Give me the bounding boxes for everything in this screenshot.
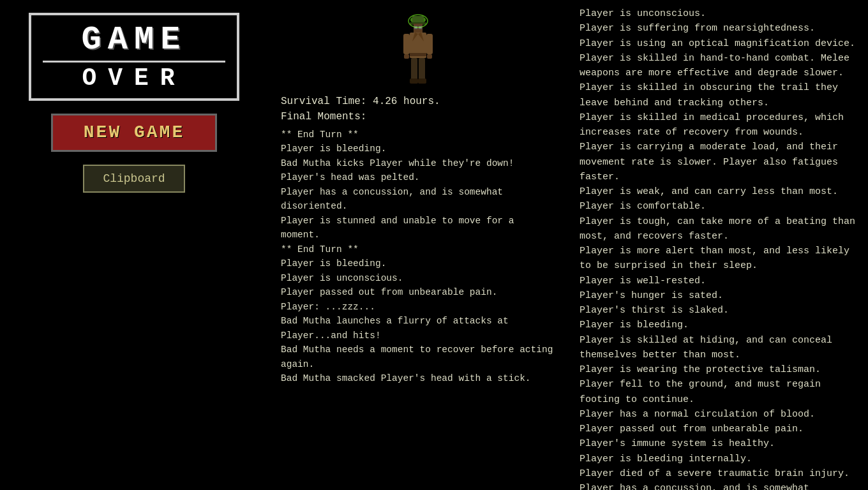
status-log-line: Player is tough, can take more of a beat… <box>580 214 857 244</box>
status-panel: Player is unconscious.Player is sufferin… <box>568 0 868 490</box>
status-log-line: Player is unconscious. <box>580 6 857 21</box>
status-log-line: Player is more alert than most, and less… <box>580 244 857 274</box>
status-log-line: Player's hunger is sated. <box>580 288 857 303</box>
svg-rect-11 <box>426 34 433 54</box>
logo-bottom: OVER <box>43 61 225 92</box>
character-sprite <box>396 10 440 86</box>
svg-rect-9 <box>410 53 426 56</box>
combat-log-line: Player's head was pelted. <box>281 170 555 184</box>
combat-log-line: Player: ...zzz... <box>281 300 555 314</box>
svg-rect-10 <box>403 34 410 54</box>
clipboard-button[interactable]: Clipboard <box>83 165 185 193</box>
status-log-line: Player is using an optical magnification… <box>580 36 857 51</box>
svg-rect-14 <box>411 58 417 81</box>
status-log-line: Player's thirst is slaked. <box>580 303 857 318</box>
status-log-line: Player is skilled in obscuring the trail… <box>580 80 857 110</box>
combat-log-line: Player is stunned and unable to move for… <box>281 214 555 242</box>
status-log-line: Player has a concussion, and is somewhat… <box>580 481 857 490</box>
status-log-line: Player is weak, and can carry less than … <box>580 184 857 199</box>
status-log-line: Player is skilled in medical procedures,… <box>580 110 857 140</box>
middle-panel: Survival Time: 4.26 hours. Final Moments… <box>268 0 568 490</box>
status-log-line: Player is skilled at hiding, and can con… <box>580 333 857 363</box>
logo-top: GAME <box>43 22 225 58</box>
status-log-line: Player passed out from unbearable pain. <box>580 422 857 436</box>
status-log-line: Player is well-rested. <box>580 274 857 288</box>
combat-log-line: Player is bleeding. <box>281 256 555 271</box>
left-panel: GAME OVER NEW GAME Clipboard <box>0 0 268 490</box>
combat-log-line: ** End Turn ** <box>281 128 555 142</box>
svg-rect-17 <box>418 78 426 84</box>
combat-log-line: Bad Mutha needs a moment to recover befo… <box>281 343 555 371</box>
character-area <box>281 6 555 89</box>
status-log-line: Player is comfortable. <box>580 199 857 214</box>
svg-rect-13 <box>427 54 432 59</box>
status-log-line: Player's immune system is healthy. <box>580 436 857 451</box>
status-log-line: Player is carrying a moderate load, and … <box>580 140 857 184</box>
combat-log-line: Bad Mutha smacked Player's head with a s… <box>281 371 555 385</box>
combat-log-line: Player is unconscious. <box>281 271 555 285</box>
status-log-line: Player fell to the ground, and must rega… <box>580 377 857 407</box>
combat-log-line: Player passed out from unbearable pain. <box>281 285 555 299</box>
combat-log-line: Player has a concussion, and is somewhat… <box>281 185 555 214</box>
svg-rect-12 <box>404 54 409 59</box>
combat-log-line: Player is bleeding. <box>281 142 555 156</box>
combat-log-line: Bad Mutha launches a flurry of attacks a… <box>281 314 555 343</box>
status-log-line: Player has a normal circulation of blood… <box>580 407 857 422</box>
status-log-line: Player is bleeding. <box>580 318 857 332</box>
status-log-line: Player died of a severe traumatic brain … <box>580 466 857 481</box>
final-moments-label: Final Moments: <box>281 111 555 122</box>
combat-log-line: Bad Mutha kicks Player while they're dow… <box>281 156 555 170</box>
status-log-line: Player is bleeding internally. <box>580 452 857 466</box>
status-log-line: Player is wearing the protective talisma… <box>580 362 857 377</box>
svg-rect-16 <box>410 78 418 84</box>
combat-log-line: ** End Turn ** <box>281 242 555 256</box>
status-log-line: Player is suffering from nearsightedness… <box>580 21 857 36</box>
status-log-line: Player is skilled in hand-to-hand combat… <box>580 51 857 81</box>
svg-rect-15 <box>419 58 425 81</box>
survival-time: Survival Time: 4.26 hours. <box>281 96 555 107</box>
combat-log: ** End Turn **Player is bleeding.Bad Mut… <box>281 128 555 484</box>
new-game-button[interactable]: NEW GAME <box>51 114 217 152</box>
game-over-logo: GAME OVER <box>29 13 239 101</box>
